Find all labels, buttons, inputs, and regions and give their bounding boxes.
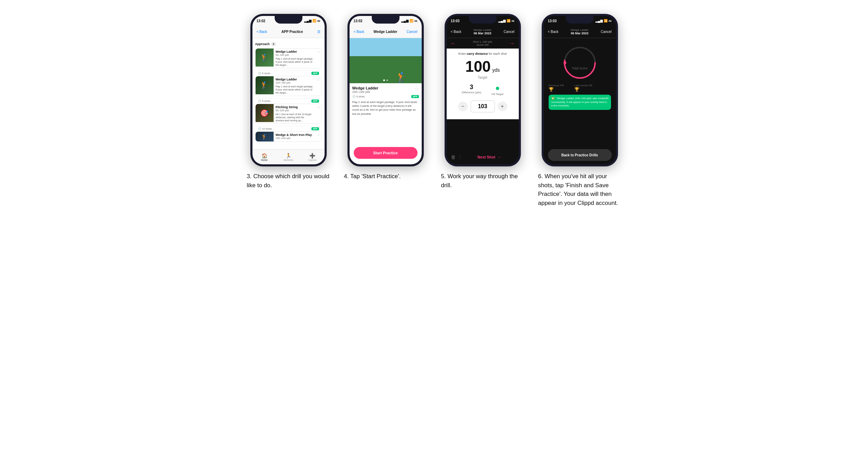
drill-item-2[interactable]: 🏌️ Wedge Ladder 100–140 yds Play 1 shot …: [255, 76, 322, 96]
drill-range-4: 100–140 yds: [276, 137, 313, 140]
app-badge-2: APP: [311, 100, 319, 103]
last-month-pb-item: Last month PB 🏆 -/9: [574, 84, 592, 92]
score-circle: 7/9 Total Score: [561, 44, 599, 82]
drill-image-inner: [350, 38, 422, 83]
trophy-icon-2: 🏆: [574, 87, 579, 92]
phone-notch-2: [372, 16, 399, 24]
nav-cancel-3[interactable]: Cancel: [504, 30, 514, 34]
screen2-info: Wedge Ladder 100–140 yds ☆ 🕐 9 shots APP…: [350, 83, 422, 119]
battery-icon-4: 46: [609, 19, 612, 23]
nav-cancel-2[interactable]: Cancel: [406, 30, 417, 34]
drill2-range: 100–140 yds: [352, 90, 379, 94]
phone-screen-2: 13:02 ▂▄▆ 📶 46 < Back Wedge Ladder Cance…: [350, 16, 422, 164]
nav-title-2: Wedge Ladder: [373, 30, 397, 34]
activities-icon: 🏃: [285, 153, 291, 158]
drill-thumb-2: 🏌️: [256, 76, 274, 94]
app-badge-1: APP: [311, 72, 319, 75]
nav-bar-2: < Back Wedge Ladder Cancel: [350, 26, 422, 38]
image-dots: [383, 79, 388, 81]
drill-thumb-1: 🏌️: [256, 49, 274, 67]
phone-notch-3: [469, 16, 497, 24]
status-time-3: 13:03: [451, 19, 460, 23]
phone-section-4: 13:03 ▂▄▆ 📶 46 < Back Wedge Ladder 06 Ma…: [538, 14, 621, 207]
drill-desc-2: Play 1 shot at each target yardage. If y…: [276, 85, 313, 94]
drill-star-3[interactable]: ☆: [316, 104, 321, 111]
screen4-body: 7/9 Total Score Previous PB 🏆 -/9: [544, 38, 616, 114]
phone-notch-4: [566, 16, 594, 24]
signal-icon-4: ▂▄▆: [595, 19, 602, 23]
nav-back-2[interactable]: < Back: [354, 30, 364, 34]
drill-name-3: Pitching String: [276, 105, 313, 109]
drill-thumb-4: 🏌️: [256, 132, 274, 142]
next-shot-button[interactable]: Next Shot →: [460, 155, 519, 159]
screen3-sub-nav: ← Shot 1, 100 yds Score 5/9 →: [447, 38, 519, 49]
next-arrow-icon: →: [497, 155, 501, 159]
drill-info-3: Pitching String 55–100 yds Hit 1 shot at…: [274, 104, 316, 123]
golfer-silhouette: 🏌️: [396, 72, 408, 83]
drill-star-2[interactable]: ☆: [316, 76, 321, 83]
start-practice-button[interactable]: Start Practice: [354, 147, 418, 159]
screen1-content: Approach 7 🏌️ Wedge Ladder 50–100 yds Pl…: [252, 38, 325, 146]
drill-star-4[interactable]: ☆: [316, 132, 321, 138]
bottom-nav-activities[interactable]: 🏃 Activities: [276, 149, 300, 164]
shot-label: Shot 1, 100 yds: [473, 40, 492, 43]
drill-footer-2: 🕐 9 shots APP: [255, 98, 322, 104]
status-icons-2: ▂▄▆ 📶 46: [401, 19, 417, 23]
shots-count-2: 🕐 9 shots: [258, 100, 270, 103]
phone-screen-3: 13:03 ▂▄▆ 📶 46 < Back Wedge Ladder 06 Ma…: [447, 16, 519, 164]
next-shot-arrow[interactable]: →: [510, 41, 515, 46]
difference-value: 3: [462, 84, 481, 91]
nav-bar-4: < Back Wedge Ladder 06 Mar 2023 Cancel: [544, 26, 616, 38]
clock-icon-s2: 🕐: [352, 95, 355, 98]
activities-label: Activities: [284, 159, 293, 161]
bottom-nav-capture[interactable]: ➕ Capture: [300, 149, 324, 164]
delete-button[interactable]: 🗑: [447, 154, 460, 160]
big-num: 100: [465, 58, 491, 75]
drill-item-3[interactable]: 🎯 Pitching String 55–100 yds Hit 1 shot …: [255, 104, 322, 124]
caption-4: 6. When you've hit all your shots, tap '…: [538, 172, 621, 207]
prev-shot-arrow[interactable]: ←: [451, 41, 456, 46]
yds-label: yds: [492, 67, 500, 73]
phone-frame-3: 13:03 ▂▄▆ 📶 46 < Back Wedge Ladder 06 Ma…: [445, 14, 521, 166]
drill2-star[interactable]: ☆: [414, 86, 419, 92]
wifi-icon-3: 📶: [507, 19, 510, 23]
phone-section-3: 13:03 ▂▄▆ 📶 46 < Back Wedge Ladder 06 Ma…: [441, 14, 524, 207]
drill-range-3: 55–100 yds: [276, 109, 313, 112]
target-distance-display: 100 yds: [451, 59, 515, 74]
nav-back-3[interactable]: < Back: [451, 30, 462, 34]
drill-star-1[interactable]: ☆: [316, 49, 321, 55]
app-badge-s2: APP: [411, 95, 419, 98]
approach-badge: Approach 7: [255, 42, 276, 46]
back-to-practice-button[interactable]: Back to Practice Drills: [548, 149, 612, 161]
drill-desc-3: Hit 1 shot at each of the 10 target dist…: [276, 113, 313, 122]
nav-title-line1-3: Wedge Ladder: [473, 28, 491, 32]
drill-thumb-3: 🎯: [256, 104, 274, 122]
app-badge-3: APP: [311, 127, 319, 130]
toast-message: 'Wedge Ladder (100–140 yds)' was created…: [551, 97, 607, 107]
carry-instruction: Enter carry distance for each shot: [451, 52, 515, 55]
sub-nav-title-4: Wedge Ladder 06 Mar 2023: [570, 28, 588, 35]
status-icons-4: ▂▄▆ 📶 46: [595, 19, 611, 23]
nav-back-1[interactable]: < Back: [257, 30, 267, 34]
bottom-nav-home[interactable]: 🏠 Home: [252, 149, 276, 164]
nav-cancel-4[interactable]: Cancel: [601, 30, 611, 34]
nav-back-4[interactable]: < Back: [548, 30, 559, 34]
drill-image-2: 🏌️: [350, 38, 422, 83]
drill-item-4[interactable]: 🏌️ Wedge & Short Iron Play 100–140 yds ☆: [255, 131, 322, 142]
decrement-button[interactable]: −: [458, 102, 468, 111]
increment-button[interactable]: +: [498, 102, 507, 111]
drill-info-1: Wedge Ladder 50–100 yds Play 1 shot at e…: [274, 49, 316, 68]
toast-close[interactable]: ✕: [606, 96, 609, 101]
drill-info-2: Wedge Ladder 100–140 yds Play 1 shot at …: [274, 76, 316, 96]
nav-title-line2-3: 06 Mar 2023: [473, 32, 491, 35]
clock-icon-2: 🕐: [258, 100, 261, 103]
approach-label: Approach: [255, 42, 270, 46]
distance-input[interactable]: 103: [471, 101, 495, 112]
sub-nav-title-3: Wedge Ladder 06 Mar 2023: [473, 28, 491, 35]
drill-desc-1: Play 1 shot at each target yardage. If y…: [276, 57, 313, 67]
prev-pb-value: 🏆 -/9: [549, 87, 564, 92]
signal-icon-2: ▂▄▆: [401, 19, 408, 23]
drill-item-1[interactable]: 🏌️ Wedge Ladder 50–100 yds Play 1 shot a…: [255, 48, 322, 68]
nav-menu-1[interactable]: ☰: [317, 30, 320, 34]
phone-section-1: 13:02 ▂▄▆ 📶 46 < Back APP Practice ☰: [247, 14, 330, 207]
